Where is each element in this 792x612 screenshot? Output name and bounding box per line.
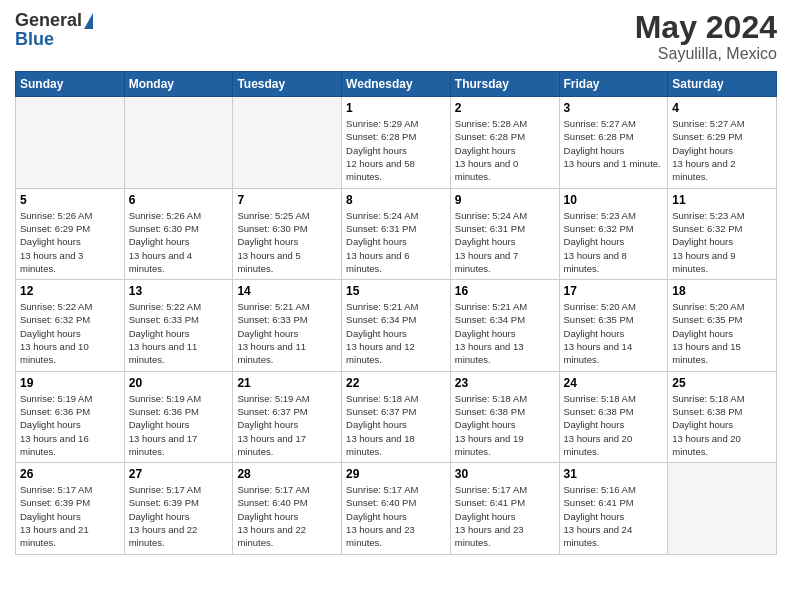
day-info: Sunrise: 5:22 AM Sunset: 6:32 PM Dayligh… [20, 300, 120, 366]
calendar-cell [233, 97, 342, 188]
day-info: Sunrise: 5:25 AM Sunset: 6:30 PM Dayligh… [237, 209, 337, 275]
calendar-cell: 18 Sunrise: 5:20 AM Sunset: 6:35 PM Dayl… [668, 280, 777, 371]
calendar-week-1: 1 Sunrise: 5:29 AM Sunset: 6:28 PM Dayli… [16, 97, 777, 188]
day-number: 5 [20, 193, 120, 207]
day-info: Sunrise: 5:16 AM Sunset: 6:41 PM Dayligh… [564, 483, 664, 549]
calendar-cell: 5 Sunrise: 5:26 AM Sunset: 6:29 PM Dayli… [16, 188, 125, 279]
weekday-header-saturday: Saturday [668, 72, 777, 97]
calendar-cell: 14 Sunrise: 5:21 AM Sunset: 6:33 PM Dayl… [233, 280, 342, 371]
day-info: Sunrise: 5:24 AM Sunset: 6:31 PM Dayligh… [455, 209, 555, 275]
calendar-cell: 22 Sunrise: 5:18 AM Sunset: 6:37 PM Dayl… [342, 371, 451, 462]
day-number: 6 [129, 193, 229, 207]
day-info: Sunrise: 5:19 AM Sunset: 6:37 PM Dayligh… [237, 392, 337, 458]
calendar-cell: 31 Sunrise: 5:16 AM Sunset: 6:41 PM Dayl… [559, 463, 668, 554]
calendar-cell: 7 Sunrise: 5:25 AM Sunset: 6:30 PM Dayli… [233, 188, 342, 279]
weekday-header-row: SundayMondayTuesdayWednesdayThursdayFrid… [16, 72, 777, 97]
day-info: Sunrise: 5:20 AM Sunset: 6:35 PM Dayligh… [672, 300, 772, 366]
weekday-header-monday: Monday [124, 72, 233, 97]
day-number: 1 [346, 101, 446, 115]
logo-blue-text: Blue [15, 29, 54, 50]
day-number: 26 [20, 467, 120, 481]
day-number: 13 [129, 284, 229, 298]
calendar-cell [16, 97, 125, 188]
day-number: 4 [672, 101, 772, 115]
calendar-cell: 15 Sunrise: 5:21 AM Sunset: 6:34 PM Dayl… [342, 280, 451, 371]
day-info: Sunrise: 5:19 AM Sunset: 6:36 PM Dayligh… [20, 392, 120, 458]
calendar-cell: 26 Sunrise: 5:17 AM Sunset: 6:39 PM Dayl… [16, 463, 125, 554]
day-info: Sunrise: 5:20 AM Sunset: 6:35 PM Dayligh… [564, 300, 664, 366]
day-number: 17 [564, 284, 664, 298]
calendar-cell: 28 Sunrise: 5:17 AM Sunset: 6:40 PM Dayl… [233, 463, 342, 554]
day-info: Sunrise: 5:21 AM Sunset: 6:34 PM Dayligh… [346, 300, 446, 366]
calendar-cell: 19 Sunrise: 5:19 AM Sunset: 6:36 PM Dayl… [16, 371, 125, 462]
day-info: Sunrise: 5:17 AM Sunset: 6:39 PM Dayligh… [20, 483, 120, 549]
day-info: Sunrise: 5:28 AM Sunset: 6:28 PM Dayligh… [455, 117, 555, 183]
calendar-cell: 27 Sunrise: 5:17 AM Sunset: 6:39 PM Dayl… [124, 463, 233, 554]
calendar-cell: 30 Sunrise: 5:17 AM Sunset: 6:41 PM Dayl… [450, 463, 559, 554]
weekday-header-tuesday: Tuesday [233, 72, 342, 97]
day-number: 3 [564, 101, 664, 115]
day-number: 27 [129, 467, 229, 481]
calendar-cell: 13 Sunrise: 5:22 AM Sunset: 6:33 PM Dayl… [124, 280, 233, 371]
day-number: 9 [455, 193, 555, 207]
title-block: May 2024 Sayulilla, Mexico [635, 10, 777, 63]
day-info: Sunrise: 5:18 AM Sunset: 6:38 PM Dayligh… [564, 392, 664, 458]
calendar-title: May 2024 [635, 10, 777, 45]
day-number: 18 [672, 284, 772, 298]
day-number: 25 [672, 376, 772, 390]
day-number: 10 [564, 193, 664, 207]
calendar-week-3: 12 Sunrise: 5:22 AM Sunset: 6:32 PM Dayl… [16, 280, 777, 371]
day-info: Sunrise: 5:27 AM Sunset: 6:28 PM Dayligh… [564, 117, 664, 170]
calendar-week-5: 26 Sunrise: 5:17 AM Sunset: 6:39 PM Dayl… [16, 463, 777, 554]
day-info: Sunrise: 5:26 AM Sunset: 6:30 PM Dayligh… [129, 209, 229, 275]
day-number: 11 [672, 193, 772, 207]
calendar-cell: 2 Sunrise: 5:28 AM Sunset: 6:28 PM Dayli… [450, 97, 559, 188]
calendar-cell: 1 Sunrise: 5:29 AM Sunset: 6:28 PM Dayli… [342, 97, 451, 188]
calendar-cell: 20 Sunrise: 5:19 AM Sunset: 6:36 PM Dayl… [124, 371, 233, 462]
calendar-cell: 6 Sunrise: 5:26 AM Sunset: 6:30 PM Dayli… [124, 188, 233, 279]
day-number: 15 [346, 284, 446, 298]
calendar-table: SundayMondayTuesdayWednesdayThursdayFrid… [15, 71, 777, 554]
day-number: 12 [20, 284, 120, 298]
day-info: Sunrise: 5:21 AM Sunset: 6:34 PM Dayligh… [455, 300, 555, 366]
logo: General Blue [15, 10, 93, 50]
calendar-cell: 29 Sunrise: 5:17 AM Sunset: 6:40 PM Dayl… [342, 463, 451, 554]
day-number: 23 [455, 376, 555, 390]
day-info: Sunrise: 5:19 AM Sunset: 6:36 PM Dayligh… [129, 392, 229, 458]
weekday-header-friday: Friday [559, 72, 668, 97]
day-info: Sunrise: 5:18 AM Sunset: 6:38 PM Dayligh… [455, 392, 555, 458]
calendar-cell: 10 Sunrise: 5:23 AM Sunset: 6:32 PM Dayl… [559, 188, 668, 279]
day-number: 30 [455, 467, 555, 481]
calendar-cell: 8 Sunrise: 5:24 AM Sunset: 6:31 PM Dayli… [342, 188, 451, 279]
calendar-cell: 9 Sunrise: 5:24 AM Sunset: 6:31 PM Dayli… [450, 188, 559, 279]
day-number: 20 [129, 376, 229, 390]
calendar-cell: 3 Sunrise: 5:27 AM Sunset: 6:28 PM Dayli… [559, 97, 668, 188]
day-number: 29 [346, 467, 446, 481]
calendar-cell: 11 Sunrise: 5:23 AM Sunset: 6:32 PM Dayl… [668, 188, 777, 279]
calendar-cell: 17 Sunrise: 5:20 AM Sunset: 6:35 PM Dayl… [559, 280, 668, 371]
calendar-header: SundayMondayTuesdayWednesdayThursdayFrid… [16, 72, 777, 97]
day-info: Sunrise: 5:27 AM Sunset: 6:29 PM Dayligh… [672, 117, 772, 183]
day-number: 14 [237, 284, 337, 298]
day-info: Sunrise: 5:29 AM Sunset: 6:28 PM Dayligh… [346, 117, 446, 183]
day-number: 2 [455, 101, 555, 115]
day-info: Sunrise: 5:18 AM Sunset: 6:37 PM Dayligh… [346, 392, 446, 458]
weekday-header-thursday: Thursday [450, 72, 559, 97]
day-info: Sunrise: 5:17 AM Sunset: 6:39 PM Dayligh… [129, 483, 229, 549]
calendar-cell: 23 Sunrise: 5:18 AM Sunset: 6:38 PM Dayl… [450, 371, 559, 462]
day-info: Sunrise: 5:21 AM Sunset: 6:33 PM Dayligh… [237, 300, 337, 366]
calendar-cell: 24 Sunrise: 5:18 AM Sunset: 6:38 PM Dayl… [559, 371, 668, 462]
calendar-cell: 12 Sunrise: 5:22 AM Sunset: 6:32 PM Dayl… [16, 280, 125, 371]
logo-general-text: General [15, 10, 82, 31]
day-info: Sunrise: 5:24 AM Sunset: 6:31 PM Dayligh… [346, 209, 446, 275]
calendar-week-4: 19 Sunrise: 5:19 AM Sunset: 6:36 PM Dayl… [16, 371, 777, 462]
calendar-cell: 25 Sunrise: 5:18 AM Sunset: 6:38 PM Dayl… [668, 371, 777, 462]
day-number: 31 [564, 467, 664, 481]
day-number: 16 [455, 284, 555, 298]
calendar-week-2: 5 Sunrise: 5:26 AM Sunset: 6:29 PM Dayli… [16, 188, 777, 279]
day-info: Sunrise: 5:18 AM Sunset: 6:38 PM Dayligh… [672, 392, 772, 458]
day-info: Sunrise: 5:23 AM Sunset: 6:32 PM Dayligh… [564, 209, 664, 275]
calendar-cell: 4 Sunrise: 5:27 AM Sunset: 6:29 PM Dayli… [668, 97, 777, 188]
day-info: Sunrise: 5:23 AM Sunset: 6:32 PM Dayligh… [672, 209, 772, 275]
calendar-cell [668, 463, 777, 554]
